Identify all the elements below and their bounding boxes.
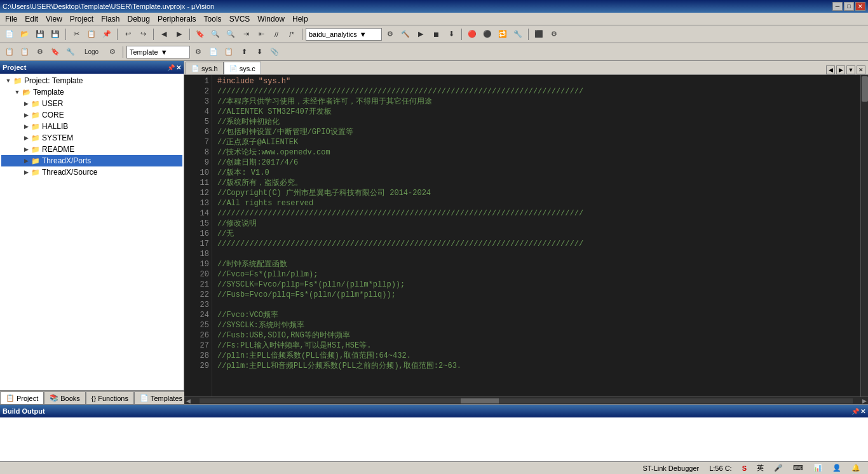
options-button[interactable]: ⚙	[383, 27, 397, 41]
uncomment-button[interactable]: /*	[285, 27, 299, 41]
tab-templates[interactable]: 📄 Templates	[134, 391, 188, 404]
menu-window[interactable]: Window	[254, 13, 288, 25]
tb2-btn12[interactable]: ⬇	[252, 45, 266, 59]
tree-item-hallib[interactable]: ▶ 📁 HALLIB	[1, 121, 182, 132]
minimize-button[interactable]: ─	[832, 2, 843, 11]
tab-next-button[interactable]: ▶	[836, 65, 845, 74]
paste-button[interactable]: 📌	[100, 27, 114, 41]
debug-stop-btn[interactable]: ⚫	[480, 27, 494, 41]
code-line-21: //SYSCLK=Fvco/pllp=Fs*(plln/(pllm*pllp))…	[217, 280, 855, 290]
menu-help[interactable]: Help	[288, 13, 312, 25]
separator-7	[528, 29, 529, 40]
menu-edit[interactable]: Edit	[21, 13, 42, 25]
tb2-btn5[interactable]: 🔧	[64, 45, 78, 59]
status-right: ST-Link Debugger L:56 C: S 英 🎤 ⌨ 📊 👤 🔔	[641, 463, 863, 473]
tb2-btn9[interactable]: 📄	[207, 45, 220, 59]
code-editor[interactable]: 1234567891011121314151617181920212223242…	[184, 75, 868, 396]
menu-peripherals[interactable]: Peripherals	[154, 13, 200, 25]
tree-item-template[interactable]: ▼ 📂 Template	[1, 86, 182, 98]
tab-project[interactable]: 📋 Project	[0, 391, 44, 404]
tree-item-core[interactable]: ▶ 📁 CORE	[1, 109, 182, 121]
save-all-button[interactable]: 💾	[48, 27, 62, 41]
code-line-13: //All rights reserved	[217, 198, 855, 208]
tree-item-readme[interactable]: ▶ 📁 README	[1, 144, 182, 155]
hscroll-thumb[interactable]	[461, 398, 499, 403]
tb2-btn11[interactable]: ⬆	[237, 45, 251, 59]
build-btn3[interactable]: ⏹	[429, 27, 443, 41]
template-dropdown[interactable]: Template ▼	[126, 46, 190, 58]
tree-item-system[interactable]: ▶ 📁 SYSTEM	[1, 132, 182, 144]
bookmark-button[interactable]: 🔖	[193, 27, 207, 41]
tree-item-user[interactable]: ▶ 📁 USER	[1, 98, 182, 109]
new-file-button[interactable]: 📄	[3, 27, 17, 41]
target-dropdown[interactable]: baidu_analytics ▼	[306, 28, 382, 41]
build-close-icon[interactable]: ✕	[860, 408, 865, 415]
menu-view[interactable]: View	[42, 13, 66, 25]
tab-close-button[interactable]: ✕	[857, 65, 865, 74]
debug-step-btn[interactable]: 🔁	[496, 27, 510, 41]
nav-fwd-button[interactable]: ▶	[172, 27, 186, 41]
menu-file[interactable]: File	[1, 13, 21, 25]
tb2-btn6[interactable]: Logo	[79, 45, 104, 59]
editor-tab-sysh[interactable]: 📄 sys.h	[186, 62, 224, 74]
tab-books[interactable]: 📚 Books	[44, 391, 86, 404]
extra-btn[interactable]: ⚙	[547, 27, 561, 41]
editor-tab-bar: 📄 sys.h 📄 sys.c ◀ ▶ ▼ ✕	[184, 61, 868, 75]
hscroll-right[interactable]: ▶	[860, 398, 868, 403]
build-btn1[interactable]: 🔨	[398, 27, 412, 41]
tree-item-project-root[interactable]: ▼ 📁 Project: Template	[1, 75, 182, 86]
hscroll-left[interactable]: ◀	[184, 398, 192, 403]
find-button[interactable]: 🔍	[208, 27, 222, 41]
build-pin-icon[interactable]: 📌	[851, 408, 859, 415]
editor-tab-sysc[interactable]: 📄 sys.c	[224, 62, 261, 74]
code-content[interactable]: #include "sys.h"////////////////////////…	[212, 75, 860, 396]
undo-button[interactable]: ↩	[121, 27, 135, 41]
tb2-btn1[interactable]: 📋	[3, 45, 17, 59]
copy-button[interactable]: 📋	[85, 27, 98, 41]
tb2-btn7[interactable]: ⚙	[105, 45, 119, 59]
nav-back-button[interactable]: ◀	[157, 27, 171, 41]
tb2-btn13[interactable]: 📎	[268, 45, 281, 59]
redo-button[interactable]: ↪	[136, 27, 150, 41]
code-line-29: //pllm:主PLL和音频PLL分频系数(PLL之前的分频),取值范围:2~6…	[217, 361, 855, 371]
build-btn2[interactable]: ▶	[414, 27, 428, 41]
separator-4	[189, 29, 190, 40]
tb2-btn8[interactable]: ⚙	[191, 45, 205, 59]
tab-prev-button[interactable]: ◀	[826, 65, 835, 74]
find-next-button[interactable]: 🔍	[224, 27, 238, 41]
code-line-16: //无	[217, 229, 855, 239]
vertical-scrollbar[interactable]	[860, 75, 868, 396]
horizontal-scrollbar[interactable]: ◀ ▶	[184, 396, 868, 404]
toolbar-1: 📄 📂 💾 💾 ✂ 📋 📌 ↩ ↪ ◀ ▶ 🔖 🔍 🔍 ⇥ ⇤ // /* ba…	[0, 25, 868, 43]
code-line-7: //正点原子@ALIENTEK	[217, 137, 855, 147]
tb2-sep1	[123, 46, 123, 58]
tab-functions[interactable]: {} Functions	[86, 391, 134, 404]
tab-list-button[interactable]: ▼	[846, 65, 855, 74]
menu-project[interactable]: Project	[66, 13, 97, 25]
cut-button[interactable]: ✂	[69, 27, 83, 41]
indent-button[interactable]: ⇥	[239, 27, 253, 41]
settings-btn[interactable]: 🔧	[511, 27, 525, 41]
view-toggle-btn[interactable]: ⬛	[532, 27, 546, 41]
tree-item-threadx-ports[interactable]: ▶ 📁 ThreadX/Ports	[1, 155, 182, 166]
menu-tools[interactable]: Tools	[200, 13, 226, 25]
menu-svcs[interactable]: SVCS	[226, 13, 254, 25]
outdent-button[interactable]: ⇤	[254, 27, 268, 41]
maximize-button[interactable]: □	[844, 2, 854, 11]
menu-debug[interactable]: Debug	[124, 13, 154, 25]
open-button[interactable]: 📂	[18, 27, 32, 41]
menu-flash[interactable]: Flash	[97, 13, 123, 25]
toolbar-2: 📋 📋 ⚙ 🔖 🔧 Logo ⚙ Template ▼ ⚙ 📄 📋 ⬆ ⬇ 📎	[0, 43, 868, 61]
debug-start-btn[interactable]: 🔴	[465, 27, 479, 41]
download-btn[interactable]: ⬇	[444, 27, 458, 41]
save-button[interactable]: 💾	[33, 27, 47, 41]
tb2-btn4[interactable]: 🔖	[48, 45, 62, 59]
tree-item-threadx-source[interactable]: ▶ 📁 ThreadX/Source	[1, 166, 182, 178]
comment-button[interactable]: //	[269, 27, 283, 41]
tb2-btn2[interactable]: 📋	[18, 45, 32, 59]
close-button[interactable]: ✕	[855, 2, 865, 11]
panel-pin-icon[interactable]: 📌	[167, 64, 175, 71]
tb2-btn3[interactable]: ⚙	[33, 45, 47, 59]
tb2-btn10[interactable]: 📋	[222, 45, 236, 59]
panel-close-icon[interactable]: ✕	[176, 64, 181, 71]
